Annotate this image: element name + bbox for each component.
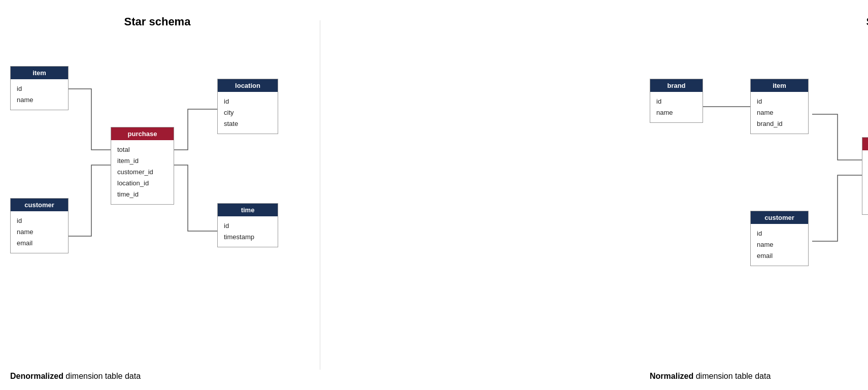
sf-brand-table: brand idname [650, 79, 703, 123]
star-location-body: idcitystate [218, 92, 278, 134]
star-footer-bold: Denormalized [10, 372, 63, 380]
star-location-table: location idcitystate [217, 79, 278, 134]
star-customer-table: customer idnameemail [10, 198, 69, 253]
schema-divider [320, 20, 320, 370]
star-item-header: item [11, 67, 68, 79]
star-item-body: idname [11, 79, 68, 110]
sf-item-table: item idnamebrand_id [750, 79, 809, 134]
sf-item-header: item [751, 79, 808, 92]
sf-purchase-table: purchase totalitem_idcustomer_idlocation… [862, 137, 868, 215]
star-schema: Star schema item idname customer idnamee… [0, 0, 315, 390]
sf-item-body: idnamebrand_id [751, 92, 808, 134]
sf-purchase-body: totalitem_idcustomer_idlocation_idtime_i… [862, 150, 868, 214]
star-customer-header: customer [11, 199, 68, 211]
schema-container: Star schema item idname customer idnamee… [0, 0, 868, 390]
snowflake-footer-rest: dimension table data [693, 372, 771, 380]
star-location-header: location [218, 79, 278, 92]
sf-purchase-header: purchase [862, 138, 868, 150]
sf-brand-body: idname [650, 92, 703, 122]
star-purchase-table: purchase totalitem_idcustomer_idlocation… [111, 127, 174, 205]
star-schema-title: Star schema [0, 15, 315, 28]
sf-brand-header: brand [650, 79, 703, 92]
sf-customer-header: customer [751, 211, 808, 224]
snowflake-footer-bold: Normalized [650, 372, 693, 380]
star-purchase-header: purchase [111, 127, 174, 140]
sf-customer-table: customer idnameemail [750, 211, 809, 266]
star-footer: Denormalized dimension table data [10, 372, 141, 381]
star-item-table: item idname [10, 66, 69, 110]
star-purchase-body: totalitem_idcustomer_idlocation_idtime_i… [111, 140, 174, 204]
star-customer-body: idnameemail [11, 211, 68, 253]
star-footer-rest: dimension table data [63, 372, 141, 380]
snowflake-schema-title: Snowflake schema [640, 15, 868, 28]
star-time-body: idtimestamp [218, 216, 278, 247]
snowflake-schema: Snowflake schema brand idname item idnam… [640, 0, 868, 390]
star-time-table: time idtimestamp [217, 203, 278, 247]
snowflake-schema-lines [640, 0, 868, 390]
sf-customer-body: idnameemail [751, 224, 808, 266]
star-time-header: time [218, 204, 278, 216]
snowflake-footer: Normalized dimension table data [650, 372, 771, 381]
